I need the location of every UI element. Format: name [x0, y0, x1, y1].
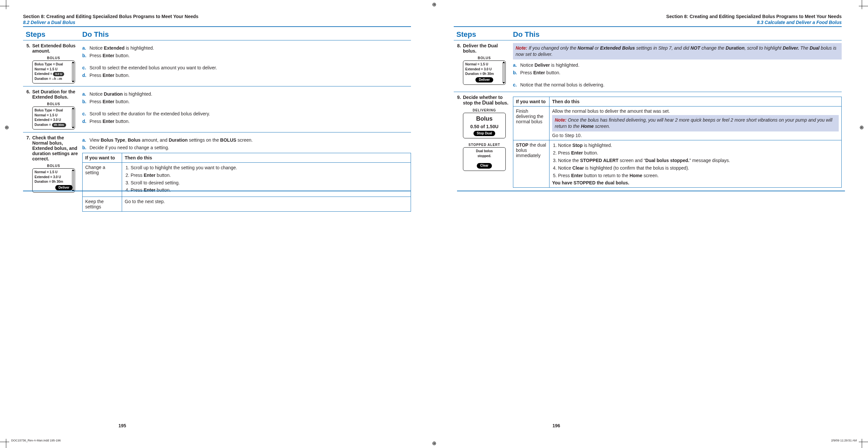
header-rule [454, 26, 842, 27]
sub-letter: c. [82, 111, 90, 117]
device-line: Bolus Type = Dual [35, 62, 73, 67]
device-line: Normal = 1.5 U [35, 113, 73, 118]
device-highlight: 3.0 U [53, 72, 64, 76]
step-instructions: a.View Bolus Type, Bolus amount, and Dur… [82, 134, 411, 212]
device-screenshot: BOLUS Bolus Type = Dual Normal = 1.5 U E… [32, 56, 75, 83]
section-title: Section 8: Creating and Editing Speciali… [23, 14, 411, 19]
print-timestamp: 2/9/09 11:29:51 AM [831, 439, 857, 442]
step-number: 5. [23, 42, 32, 83]
device-line: Normal = 1.5 U [35, 67, 73, 72]
device-line: Normal = 1.5 U [465, 62, 503, 67]
th-if: If you want to [513, 97, 550, 106]
step-instructions: Note: If you changed only the Normal or … [513, 42, 842, 89]
page-number: 196 [553, 423, 560, 428]
step-label-text: Set Extended Bolus amount. [32, 43, 75, 54]
step-instructions: a.Notice Duration is highlighted. b.Pres… [82, 89, 411, 130]
list-item: Notice Stop is highlighted. [558, 142, 839, 148]
col-steps: Steps [23, 30, 82, 39]
list-item: Press Enter button to return to the Home… [558, 173, 839, 179]
subsection-title: 8.3 Calculate and Deliver a Food Bolus [454, 20, 842, 25]
sub-text: Press Enter button. [520, 70, 842, 76]
device-line: Dual bolus [465, 149, 503, 154]
device-button: Deliver [475, 77, 493, 83]
td-action: Notice Stop is highlighted. Press Enter … [550, 140, 842, 187]
sub-text: Press Enter button. [90, 53, 411, 59]
sub-letter: b. [82, 99, 90, 105]
th-then: Then do this [122, 153, 411, 162]
list-item: Press Enter button. [558, 150, 839, 156]
list-item: Press Enter button. [131, 172, 408, 178]
note-text: If you changed only the Normal or Extend… [516, 45, 836, 57]
sub-text: Scroll to select the duration for the ex… [90, 111, 411, 117]
decision-table: If you want to Then do this Change a set… [82, 153, 411, 212]
device-screenshot: BOLUS Bolus Type = Dual Normal = 1.5 U E… [32, 102, 75, 130]
scrollbar-icon [72, 109, 74, 127]
scrollbar-icon [503, 63, 504, 82]
device-line: Duration = --h --m [35, 77, 73, 81]
td-condition: STOP the dual bolus immediately [513, 140, 550, 187]
sub-letter: b. [82, 53, 90, 59]
step-label-text: Decide whether to stop the Dual bolus. [463, 95, 508, 105]
th-then: Then do this [550, 97, 842, 106]
device-line: 0.50 of 1.50U [465, 123, 503, 130]
sub-letter: d. [82, 72, 90, 78]
step-number: 7. [23, 134, 32, 212]
step-number: 9. [454, 94, 463, 187]
step-5: 5. Set Extended Bolus amount. BOLUS Bolu… [23, 40, 411, 87]
note-label: Note: [516, 45, 527, 50]
device-screenshot: BOLUS Normal = 1.5 U Extended = 3.0 U Du… [463, 56, 506, 85]
list-item: Notice the STOPPED ALERT screen and “Dua… [558, 158, 839, 164]
device-line: Extended = 3.0 U [35, 118, 73, 123]
device-screen: Normal = 1.5 U Extended = 3.0 U Duration… [32, 168, 75, 193]
device-screen: Dual bolus stopped. Clear [463, 147, 506, 171]
device-screenshot: BOLUS Normal = 1.5 U Extended = 3.0 U Du… [32, 164, 75, 193]
list-item: Notice Clear is highlighted (to confirm … [558, 165, 839, 171]
device-screen: Normal = 1.5 U Extended = 3.0 U Duration… [463, 61, 506, 85]
indd-filename: DOC15736_Rev-A-Man.indd 195-196 [11, 439, 61, 442]
step-7: 7. Check that the Normal bolus, Extended… [23, 133, 411, 214]
header-rule [23, 26, 411, 27]
step-6: 6. Set Duration for the Extended Bolus. … [23, 87, 411, 133]
footer-rule [23, 191, 411, 191]
sub-letter: b. [82, 145, 90, 151]
step-label-text: Deliver the Dual bolus. [463, 43, 498, 54]
td-action: Go to the next step. [122, 197, 411, 212]
col-steps: Steps [454, 30, 513, 39]
step-label-text: Set Duration for the Extended Bolus. [32, 89, 75, 100]
device-line: Duration = 0h 30m [465, 72, 503, 77]
note-label: Note: [555, 117, 567, 123]
scrollbar-icon [72, 171, 74, 190]
action-text: Allow the normal bolus to deliver the am… [552, 108, 839, 114]
sub-letter: d. [82, 118, 90, 125]
sub-text: Scroll to select the extended bolus amou… [90, 65, 411, 71]
scrollbar-icon [72, 63, 74, 81]
step-label: Deliver the Dual bolus. BOLUS Normal = 1… [463, 42, 513, 89]
sub-text: Decide if you need to change a setting. [90, 145, 411, 151]
step-9: 9. Decide whether to stop the Dual bolus… [454, 92, 842, 190]
page-spread: ⊕ ⊕ ⊕ ⊕ Section 8: Creating and Editing … [0, 0, 868, 448]
sub-text: Notice that the normal bolus is deliveri… [520, 82, 842, 88]
device-line: Extended = 3.0 U [465, 67, 503, 72]
device-screen: Bolus Type = Dual Normal = 1.5 U Extende… [32, 106, 75, 130]
section-title: Section 8: Creating and Editing Speciali… [454, 14, 842, 19]
page-header: Section 8: Creating and Editing Speciali… [454, 14, 842, 25]
column-headers: Steps Do This [23, 28, 411, 40]
note-box: Note: If you changed only the Normal or … [513, 43, 842, 60]
sub-text: Notice Deliver is highlighted. [520, 62, 842, 68]
page-header: Section 8: Creating and Editing Speciali… [23, 14, 411, 25]
td-action: Scroll up to highlight the setting you w… [122, 162, 411, 197]
td-condition: Keep the settings [83, 197, 122, 212]
sub-letter: c. [82, 65, 90, 71]
device-screenshot-delivering: DELIVERING Bolus 0.50 of 1.50U Stop Dual [463, 108, 506, 138]
sub-text: Notice Extended is highlighted. [90, 45, 411, 51]
col-do-this: Do This [513, 30, 842, 39]
device-line: Extended = 3.0 U [35, 175, 73, 180]
col-do-this: Do This [82, 30, 411, 39]
device-highlight: 0h 30m [52, 123, 66, 127]
td-condition: Change a setting [83, 162, 122, 197]
column-headers: Steps Do This [454, 28, 842, 40]
sub-letter: a. [513, 62, 520, 68]
td-condition: Finish delivering the normal bolus [513, 106, 550, 140]
step-label: Set Extended Bolus amount. BOLUS Bolus T… [32, 42, 82, 83]
sub-text: View Bolus Type, Bolus amount, and Durat… [90, 137, 411, 143]
